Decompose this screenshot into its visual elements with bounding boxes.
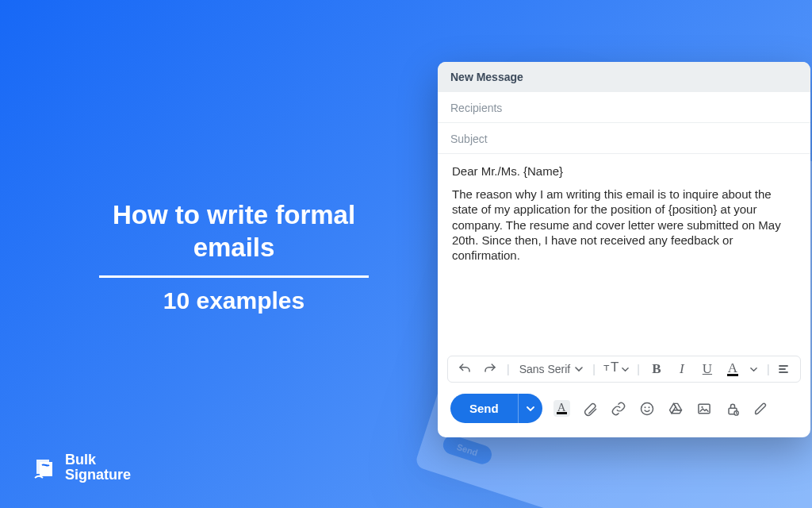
svg-point-1 [644,406,645,408]
italic-button[interactable]: I [673,360,691,378]
align-button[interactable] [778,360,789,378]
insert-signature-button[interactable] [753,400,770,418]
toolbar-separator: | [507,363,510,375]
compose-title: New Message [438,62,810,92]
recipients-field[interactable]: Recipients [438,92,810,123]
formatting-options-button[interactable]: A [553,400,570,417]
confidential-mode-button[interactable] [724,400,741,418]
compose-body[interactable]: Dear Mr./Ms. {Name} The reason why I am … [438,154,810,356]
font-size-picker[interactable]: ᴛT [603,361,629,377]
headline-subtitle: 10 examples [79,287,389,314]
svg-point-2 [648,406,649,408]
svg-point-4 [701,406,703,407]
chevron-down-icon [527,405,534,413]
body-salutation: Dear Mr./Ms. {Name} [452,164,796,179]
font-family-picker[interactable]: Sans Serif [518,363,585,375]
headline-divider [99,275,369,278]
toolbar-separator: | [592,363,596,375]
insert-emoji-button[interactable] [638,400,656,418]
compose-actions: Send A [438,383,810,437]
insert-image-button[interactable] [695,400,713,418]
insert-drive-button[interactable] [667,400,684,418]
toolbar-separator: | [767,363,770,375]
formatting-toolbar: | Sans Serif | ᴛT | B I U A | [447,356,801,383]
bold-button[interactable]: B [648,360,665,378]
undo-button[interactable] [456,360,473,378]
send-group: Send [450,394,542,423]
chevron-down-icon[interactable] [749,360,759,378]
text-color-button[interactable]: A [724,360,741,378]
brand-logo-icon [32,454,59,481]
redo-button[interactable] [481,360,499,378]
brand-name: Bulk Signature [65,452,131,483]
insert-link-button[interactable] [610,400,627,418]
send-options-button[interactable] [518,394,542,423]
svg-point-0 [641,402,653,414]
headline-block: How to write formal emails 10 examples [79,198,389,314]
attach-file-button[interactable] [581,400,599,418]
compose-window: New Message Recipients Subject Dear Mr./… [438,62,810,437]
brand: Bulk Signature [32,452,131,483]
promo-canvas: Send How to write formal emails 10 examp… [0,0,812,508]
toolbar-separator: | [637,363,640,375]
underline-button[interactable]: U [699,360,716,378]
font-family-label: Sans Serif [519,363,571,375]
headline-title: How to write formal emails [79,198,389,264]
chevron-down-icon [575,365,583,373]
ghost-send-button: Send [441,433,494,467]
subject-field[interactable]: Subject [438,123,810,154]
body-paragraph: The reason why I am writing this email i… [452,187,796,263]
chevron-down-icon [622,366,629,373]
send-button[interactable]: Send [450,394,518,423]
svg-rect-3 [698,404,709,414]
